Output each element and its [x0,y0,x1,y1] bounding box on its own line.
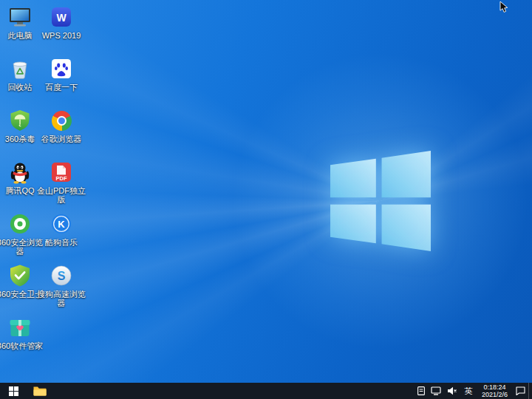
desktop-icon-label: 360杀毒 [5,134,35,143]
sogou-browser-icon: S [49,263,74,288]
wps-letter: W [56,12,66,24]
folder-icon [33,386,47,396]
taskbar: 英 0:18:24 2021/2/6 [0,383,532,399]
chrome-inner-white [57,116,66,126]
chrome-disc [52,111,72,131]
action-center-icon [516,386,525,395]
desktop-icon-label: 金山PDF独立版 [37,186,86,204]
desktop-icon-label: 360软件管家 [0,341,43,350]
desktop-icon-label: 腾讯QQ [5,186,34,195]
volume-muted-icon [447,386,457,395]
kugou-letter: K [58,219,65,230]
windows-start-icon [9,386,18,396]
kingsoft-pdf-icon: PDF [49,160,74,185]
desktop-icon-kugou-music[interactable]: K 酷狗音乐 [37,211,86,247]
network-icon [431,386,441,395]
taskbar-clock[interactable]: 0:18:24 2021/2/6 [477,383,513,399]
desktop-icon-baidu[interactable]: 百度一下 [37,56,86,92]
desktop-icon-sogou-browser[interactable]: S 搜狗高速浏览器 [37,263,86,307]
windows-logo-wallpaper [330,150,431,252]
action-center-button[interactable] [513,383,528,399]
360-antivirus-icon [7,108,33,133]
desktop-icon-360-software-manager[interactable]: 360软件管家 [0,315,44,350]
360-safeguard-icon [7,263,33,288]
desktop-icon-label: 搜狗高速浏览器 [37,290,86,307]
recycle-bin-icon [7,56,33,81]
desktop-icon-chrome[interactable]: 谷歌浏览器 [37,108,86,143]
baidu-icon [49,56,74,81]
desktop-icon-label: 谷歌浏览器 [41,134,82,143]
system-tray: 英 0:18:24 2021/2/6 [415,383,532,399]
desktop-icon-label: 此电脑 [8,31,33,40]
desktop-icon-kingsoft-pdf[interactable]: PDF 金山PDF独立版 [37,160,86,204]
this-pc-icon [7,4,33,30]
desktop-icon-label: WPS 2019 [42,31,81,40]
clock-date: 2021/2/6 [482,391,508,399]
kugou-music-icon: K [49,211,74,236]
desktop-icon-wps-2019[interactable]: W WPS 2019 [37,4,86,40]
chrome-inner-blue [58,117,65,124]
file-explorer-button[interactable] [27,383,53,399]
tencent-qq-icon [7,160,33,185]
chrome-icon [49,108,74,133]
clock-time: 0:18:24 [483,383,505,392]
tray-document-button[interactable] [415,383,428,399]
start-button[interactable] [0,383,27,399]
desktop-icon-label: 百度一下 [45,83,78,92]
document-icon [417,386,425,395]
volume-button[interactable] [444,383,460,399]
show-desktop-button[interactable] [528,383,532,399]
wps-2019-icon: W [49,4,74,30]
desktop-icon-label: 酷狗音乐 [45,238,78,247]
desktop-icon-label: 回收站 [8,83,33,92]
ime-indicator[interactable]: 英 [460,383,477,399]
360-software-manager-icon [7,315,33,340]
desktop-wallpaper: 此电脑 W WPS 2019 回收站 [0,0,532,383]
360-browser-icon [7,211,33,236]
sogou-letter: S [58,270,66,282]
pdf-label: PDF [56,175,67,182]
network-button[interactable] [428,383,444,399]
